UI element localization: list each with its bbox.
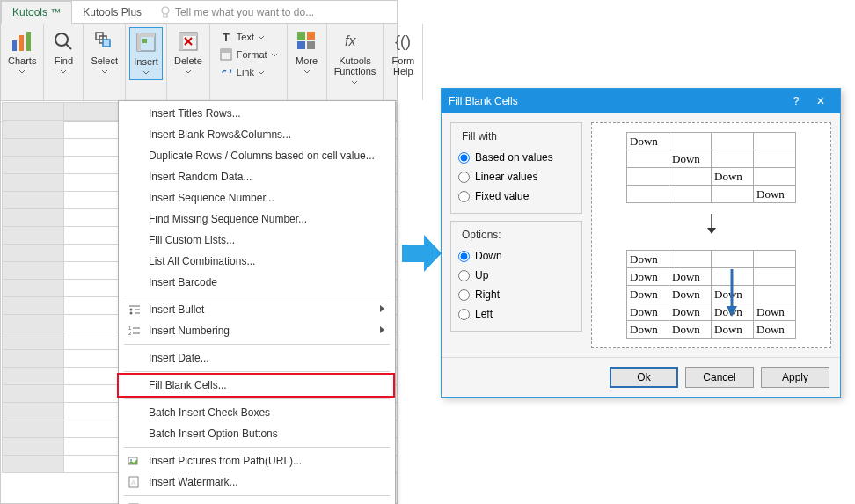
dialog-titlebar[interactable]: Fill Blank Cells ? ✕ xyxy=(442,89,840,113)
menu-separator xyxy=(124,344,390,345)
find-button[interactable]: Find xyxy=(48,27,79,78)
tab-kutools-plus[interactable]: Kutools Plus xyxy=(72,1,152,23)
menu-item-find-missing-sequence-number[interactable]: Find Missing Sequence Number... xyxy=(119,208,395,230)
radio-down[interactable]: Down xyxy=(458,246,574,266)
select-button[interactable]: Select xyxy=(87,27,121,78)
chevron-down-icon xyxy=(303,69,311,75)
kutools-functions-button[interactable]: fx KutoolsFunctions xyxy=(331,27,380,89)
svg-rect-21 xyxy=(297,32,305,40)
chevron-down-icon xyxy=(258,70,265,76)
radio-left[interactable]: Left xyxy=(458,304,574,324)
insert-dropdown-menu: Insert Titles Rows...Insert Blank Rows&C… xyxy=(118,100,396,504)
radio-fixed-value[interactable]: Fixed value xyxy=(458,186,574,206)
radio-left-label: Left xyxy=(475,308,493,320)
menu-item-insert-numbering[interactable]: 12Insert Numbering xyxy=(119,320,395,341)
menu-item-autotext[interactable]: AutoText xyxy=(119,499,395,504)
menu-item-icon xyxy=(124,253,145,269)
format-button[interactable]: Format xyxy=(217,47,280,62)
options-fieldset: Options: Down Up Right Left xyxy=(450,221,582,332)
menu-item-fill-custom-lists[interactable]: Fill Custom Lists... xyxy=(119,230,395,251)
menu-item-batch-insert-check-boxes[interactable]: Batch Insert Check Boxes xyxy=(119,402,395,423)
menu-item-label: Insert Pictures from Path(URL)... xyxy=(149,455,379,467)
menu-item-insert-date[interactable]: Insert Date... xyxy=(119,347,395,369)
link-button[interactable]: Link xyxy=(217,64,280,80)
menu-item-insert-sequence-number[interactable]: Insert Sequence Number... xyxy=(119,187,395,208)
delete-label: Delete xyxy=(174,55,202,66)
radio-right-label: Right xyxy=(475,289,500,301)
menu-item-label: Fill Custom Lists... xyxy=(149,234,379,246)
insert-icon xyxy=(134,30,158,55)
format-icon xyxy=(219,47,233,62)
menu-item-duplicate-rows-columns-based-on-cell-value[interactable]: Duplicate Rows / Columns based on cell v… xyxy=(119,145,395,166)
ok-button[interactable]: Ok xyxy=(610,367,678,388)
menu-item-insert-random-data[interactable]: Insert Random Data... xyxy=(119,166,395,187)
formhelp-label: Form xyxy=(391,55,414,66)
menu-item-insert-blank-rows-columns[interactable]: Insert Blank Rows&Columns... xyxy=(119,124,395,145)
svg-text:2: 2 xyxy=(128,331,132,336)
svg-text:A: A xyxy=(131,478,136,486)
svg-point-4 xyxy=(55,33,68,46)
tab-kutools[interactable]: Kutools ™ xyxy=(1,1,72,24)
menu-item-label: Insert Bullet xyxy=(149,303,379,316)
svg-rect-20 xyxy=(221,49,231,53)
radio-linear-values[interactable]: Linear values xyxy=(458,167,574,186)
svg-text:fx: fx xyxy=(345,33,356,48)
svg-rect-11 xyxy=(137,33,141,51)
formula-helper-button[interactable]: {() FormHelp xyxy=(387,27,419,78)
menu-item-label: Insert Watermark... xyxy=(149,476,379,488)
find-label: Find xyxy=(55,55,73,66)
menu-item-insert-bullet[interactable]: Insert Bullet xyxy=(119,299,395,320)
menu-item-insert-watermark[interactable]: AInsert Watermark... xyxy=(119,471,395,493)
big-arrow-icon xyxy=(400,233,444,276)
select-icon xyxy=(92,29,117,54)
dialog-buttons: Ok Cancel Apply xyxy=(442,357,840,397)
more-label: More xyxy=(296,55,318,66)
menu-item-icon xyxy=(124,350,145,366)
svg-rect-23 xyxy=(297,41,305,49)
menu-separator xyxy=(124,447,390,448)
menu-item-label: Insert Titles Rows... xyxy=(149,107,379,120)
more-button[interactable]: More xyxy=(291,27,323,78)
menu-item-label: Insert Sequence Number... xyxy=(149,192,379,204)
menu-item-icon xyxy=(124,190,145,206)
svg-point-0 xyxy=(162,7,169,14)
svg-point-28 xyxy=(130,309,133,311)
radio-based-on-values[interactable]: Based on values xyxy=(458,148,574,167)
menu-item-label: Find Missing Sequence Number... xyxy=(149,213,379,225)
apply-button[interactable]: Apply xyxy=(761,367,829,388)
insert-button[interactable]: Insert xyxy=(129,27,163,80)
help-button[interactable]: ? xyxy=(784,95,808,107)
menu-separator xyxy=(124,398,390,399)
radio-up[interactable]: Up xyxy=(458,266,574,285)
svg-point-30 xyxy=(130,312,133,315)
kfunc-label: Kutools xyxy=(339,55,371,66)
preview-box: DownDownDownDown DownDownDownDownDownDow… xyxy=(591,122,831,348)
menu-item-icon xyxy=(124,232,145,248)
chevron-down-icon xyxy=(101,69,108,75)
charts-label: Charts xyxy=(8,55,36,66)
radio-right[interactable]: Right xyxy=(458,285,574,304)
menu-item-icon xyxy=(124,211,145,227)
submenu-arrow-icon xyxy=(379,325,388,337)
chevron-down-icon xyxy=(258,35,265,40)
delete-button[interactable]: Delete xyxy=(171,27,206,78)
menu-item-insert-titles-rows[interactable]: Insert Titles Rows... xyxy=(119,103,395,124)
text-button[interactable]: TText xyxy=(217,29,280,45)
menu-item-insert-barcode[interactable]: Insert Barcode xyxy=(119,272,395,293)
radio-based-on-values-label: Based on values xyxy=(475,151,553,164)
menu-item-label: Insert Blank Rows&Columns... xyxy=(149,128,379,141)
menu-item-label: List All Combinations... xyxy=(149,255,379,267)
tell-me-search[interactable]: Tell me what you want to do... xyxy=(152,1,397,23)
cancel-button[interactable]: Cancel xyxy=(685,367,754,388)
menu-item-icon xyxy=(124,377,145,393)
menu-item-fill-blank-cells[interactable]: Fill Blank Cells... xyxy=(119,375,395,396)
fx-icon: fx xyxy=(342,29,367,54)
menu-item-insert-pictures-from-path-url[interactable]: Insert Pictures from Path(URL)... xyxy=(119,450,395,471)
menu-item-label: Fill Blank Cells... xyxy=(149,379,379,391)
close-button[interactable]: ✕ xyxy=(808,95,833,107)
ribbon-tabs: Kutools ™ Kutools Plus Tell me what you … xyxy=(1,1,397,24)
charts-button[interactable]: Charts xyxy=(4,27,40,78)
menu-item-list-all-combinations[interactable]: List All Combinations... xyxy=(119,251,395,272)
delete-icon xyxy=(176,29,201,54)
menu-item-batch-insert-option-buttons[interactable]: Batch Insert Option Buttons xyxy=(119,423,395,444)
